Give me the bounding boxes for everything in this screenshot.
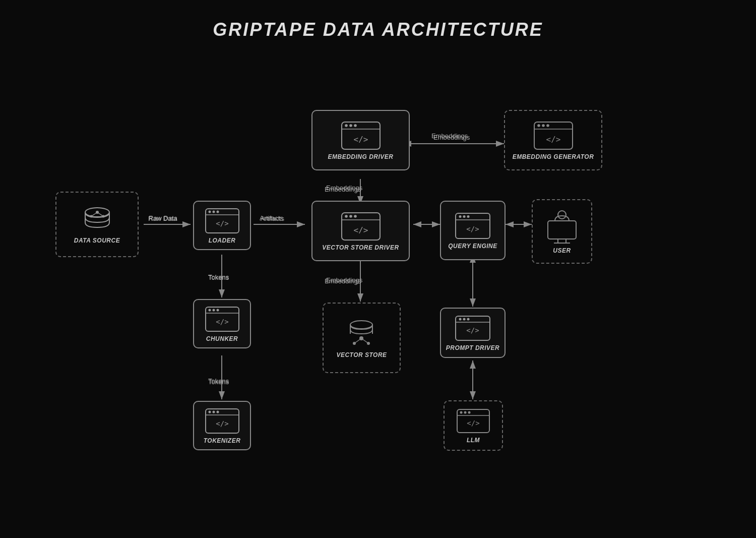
page-title: GRIPTAPE DATA ARCHITECTURE	[0, 0, 756, 40]
data-source-label: DATA SOURCE	[74, 237, 120, 244]
svg-point-69	[459, 215, 462, 218]
embedding-generator-label: EMBEDDING GENERATOR	[513, 153, 594, 160]
loader-box: </> LOADER	[193, 201, 251, 250]
svg-point-33	[216, 309, 219, 312]
browser-code-icon-7: </>	[455, 212, 491, 240]
browser-code-icon: </>	[205, 208, 240, 234]
svg-point-82	[464, 411, 467, 414]
svg-text:</>: </>	[467, 419, 479, 427]
svg-text:</>: </>	[216, 318, 228, 326]
browser-code-icon-3: </>	[205, 408, 240, 434]
svg-point-76	[463, 318, 466, 321]
svg-point-70	[463, 215, 466, 218]
data-source-box: DATA SOURCE	[55, 192, 139, 257]
vector-store-db-icon	[345, 318, 378, 348]
svg-point-81	[460, 411, 463, 414]
prompt-driver-label: PROMPT DRIVER	[446, 344, 500, 351]
database-icon	[82, 206, 112, 234]
svg-point-26	[212, 211, 215, 213]
svg-text:</>: </>	[216, 219, 228, 227]
svg-point-83	[468, 411, 471, 414]
svg-text:</>: </>	[353, 225, 368, 235]
tokenizer-box: </> TOKENIZER	[193, 401, 251, 450]
embedding-generator-box: </> EMBEDDING GENERATOR	[504, 110, 602, 170]
svg-point-51	[546, 124, 549, 127]
chunker-label: CHUNKER	[206, 335, 238, 342]
user-label: USER	[553, 247, 571, 254]
loader-label: LOADER	[209, 237, 236, 244]
raw-data-arrow-label: Raw Data	[149, 214, 177, 222]
chunker-box: </> CHUNKER	[193, 299, 251, 348]
svg-point-39	[216, 411, 219, 413]
svg-point-55	[345, 215, 348, 218]
svg-point-44	[349, 124, 352, 127]
llm-label: LLM	[467, 437, 480, 444]
embedding-driver-box: </> EMBEDDING DRIVER	[311, 110, 410, 170]
vector-store-label: VECTOR STORE	[336, 351, 387, 358]
svg-line-22	[97, 212, 103, 216]
svg-line-21	[91, 212, 97, 216]
svg-point-45	[354, 124, 357, 127]
svg-point-71	[467, 215, 470, 218]
svg-point-27	[216, 211, 219, 213]
svg-text:</>: </>	[353, 135, 368, 144]
svg-line-65	[354, 338, 361, 343]
svg-text:</>: </>	[216, 420, 228, 428]
prompt-driver-box: </> PROMPT DRIVER	[440, 308, 506, 358]
browser-code-icon-5: </>	[533, 121, 574, 150]
browser-code-icon-2: </>	[205, 306, 240, 332]
svg-point-75	[459, 318, 462, 321]
vector-store-driver-box: </> VECTOR STORE DRIVER	[311, 201, 410, 261]
vector-store-box: VECTOR STORE	[323, 303, 401, 373]
svg-point-38	[212, 411, 215, 413]
svg-point-31	[208, 309, 211, 312]
browser-code-icon-9: </>	[456, 408, 490, 434]
svg-line-66	[361, 338, 368, 343]
svg-point-32	[212, 309, 215, 312]
svg-point-59	[350, 321, 372, 329]
svg-rect-85	[548, 221, 576, 239]
llm-box: </> LLM	[444, 400, 503, 451]
embeddings-up-label: Embeddings	[326, 184, 362, 192]
svg-point-37	[208, 411, 211, 413]
svg-text:</>: </>	[466, 225, 479, 233]
artifacts-arrow-label: Artifacts	[260, 214, 283, 222]
svg-point-43	[345, 124, 348, 127]
query-engine-label: QUERY ENGINE	[448, 243, 497, 250]
svg-text:</>: </>	[546, 135, 560, 144]
embedding-driver-label: EMBEDDING DRIVER	[328, 153, 393, 160]
tokens-1-arrow-label: Tokens	[208, 273, 229, 281]
svg-point-49	[537, 124, 540, 127]
embeddings-down-label: Embeddings	[326, 276, 362, 284]
browser-code-icon-8: </>	[455, 315, 491, 341]
svg-point-50	[542, 124, 545, 127]
embeddings-horiz-label: Embeddings	[431, 132, 468, 140]
svg-text:</>: </>	[466, 326, 479, 334]
svg-point-56	[349, 215, 352, 218]
browser-code-icon-4: </>	[341, 121, 381, 150]
query-engine-box: </> QUERY ENGINE	[440, 201, 506, 260]
browser-code-icon-6: </>	[341, 212, 381, 241]
tokens-2-arrow-label: Tokens	[208, 378, 229, 386]
tokenizer-label: TOKENIZER	[204, 437, 241, 444]
svg-point-57	[354, 215, 357, 218]
svg-point-89	[558, 211, 566, 219]
user-box: USER	[532, 199, 592, 264]
svg-point-77	[467, 318, 470, 321]
vector-store-driver-label: VECTOR STORE DRIVER	[322, 244, 399, 251]
user-monitor-icon	[544, 210, 580, 244]
svg-point-25	[208, 211, 211, 213]
